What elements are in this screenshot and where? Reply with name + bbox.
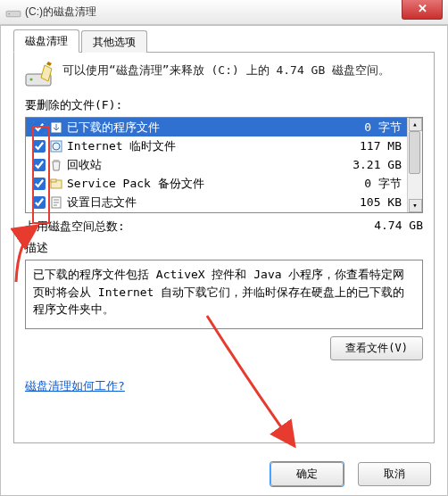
- intro-text: 可以使用“磁盘清理”来释放 (C:) 上的 4.74 GB 磁盘空间。: [62, 62, 423, 80]
- cancel-button[interactable]: 取消: [358, 462, 431, 486]
- cleanup-drive-icon: [25, 62, 55, 88]
- scroll-down[interactable]: ▾: [409, 199, 422, 212]
- scrollbar[interactable]: ▴ ▾: [407, 118, 422, 212]
- list-item-checkbox[interactable]: [33, 140, 46, 153]
- list-item-name: 已下载的程序文件: [67, 120, 332, 136]
- file-type-icon: [49, 120, 63, 135]
- ok-button[interactable]: 确定: [270, 462, 344, 486]
- list-item-checkbox[interactable]: [33, 159, 46, 171]
- list-item-checkbox[interactable]: [33, 196, 46, 209]
- bottom-buttons: 确定 取消: [270, 462, 431, 486]
- intro-row: 可以使用“磁盘清理”来释放 (C:) 上的 4.74 GB 磁盘空间。: [25, 62, 423, 88]
- svg-rect-8: [51, 179, 56, 182]
- svg-point-1: [8, 12, 10, 14]
- total-row: 占用磁盘空间总数: 4.74 GB: [25, 219, 423, 235]
- list-item-size: 117 MB: [332, 139, 403, 153]
- window-title: (C:)的磁盘清理: [25, 4, 96, 20]
- list-item-name: Internet 临时文件: [67, 138, 332, 154]
- total-label: 占用磁盘空间总数:: [25, 219, 125, 235]
- close-button[interactable]: ✕: [402, 0, 443, 20]
- list-item-name: 设置日志文件: [67, 194, 332, 211]
- file-list[interactable]: 已下载的程序文件0 字节Internet 临时文件117 MB回收站3.21 G…: [25, 117, 423, 213]
- svg-rect-6: [54, 160, 59, 161]
- scroll-thumb[interactable]: [409, 131, 420, 174]
- list-item-checkbox[interactable]: [33, 121, 46, 134]
- total-value: 4.74 GB: [374, 219, 423, 235]
- file-type-icon: [49, 139, 63, 153]
- titlebar: (C:)的磁盘清理 ✕: [0, 0, 448, 25]
- list-item[interactable]: 回收站3.21 GB: [26, 155, 407, 174]
- view-files-button[interactable]: 查看文件(V): [330, 336, 423, 360]
- list-item[interactable]: Internet 临时文件117 MB: [26, 136, 407, 155]
- help-link[interactable]: 磁盘清理如何工作?: [25, 378, 125, 394]
- list-item-name: 回收站: [67, 157, 332, 173]
- tab-more-options[interactable]: 其他选项: [81, 30, 147, 53]
- list-item-name: Service Pack 备份文件: [67, 176, 332, 192]
- list-item-size: 0 字节: [332, 176, 403, 192]
- file-type-icon: [49, 177, 63, 191]
- scroll-track[interactable]: [408, 131, 422, 199]
- file-type-icon: [49, 195, 63, 210]
- tab-disk-cleanup[interactable]: 磁盘清理: [13, 29, 79, 53]
- list-item-size: 0 字节: [332, 120, 403, 136]
- list-item-checkbox[interactable]: [33, 178, 46, 190]
- scroll-up[interactable]: ▴: [409, 118, 422, 131]
- tab-content: 可以使用“磁盘清理”来释放 (C:) 上的 4.74 GB 磁盘空间。 要删除的…: [13, 53, 435, 443]
- list-item[interactable]: 已下载的程序文件0 字节: [26, 118, 407, 136]
- list-item[interactable]: Service Pack 备份文件0 字节: [26, 174, 407, 193]
- description-box: 已下载的程序文件包括 ActiveX 控件和 Java 小程序，你查看特定网页时…: [25, 260, 423, 329]
- files-to-delete-label: 要删除的文件(F):: [25, 97, 423, 113]
- description-label: 描述: [25, 240, 423, 256]
- drive-icon: [5, 5, 21, 20]
- dialog-body: 磁盘清理 其他选项 可以使用“磁盘清理”来释放 (C:) 上的 4.74 GB …: [0, 25, 448, 496]
- svg-point-3: [29, 78, 32, 80]
- tab-strip: 磁盘清理 其他选项: [13, 31, 435, 53]
- list-item-size: 3.21 GB: [332, 158, 403, 171]
- list-item-size: 105 KB: [332, 195, 403, 209]
- list-item[interactable]: 设置日志文件105 KB: [26, 193, 407, 211]
- file-type-icon: [49, 158, 63, 172]
